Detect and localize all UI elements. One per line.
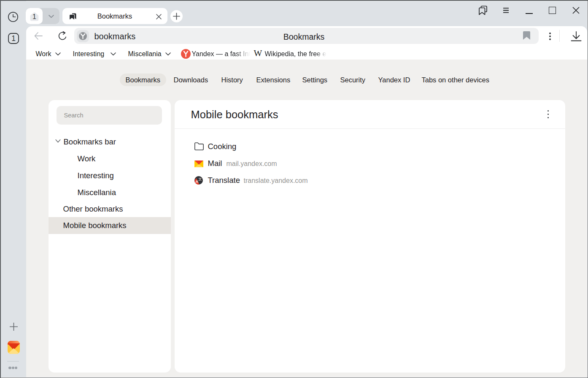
svg-text:文: 文 xyxy=(198,177,202,181)
svg-text:1: 1 xyxy=(11,34,16,43)
svg-text:1: 1 xyxy=(32,13,36,20)
